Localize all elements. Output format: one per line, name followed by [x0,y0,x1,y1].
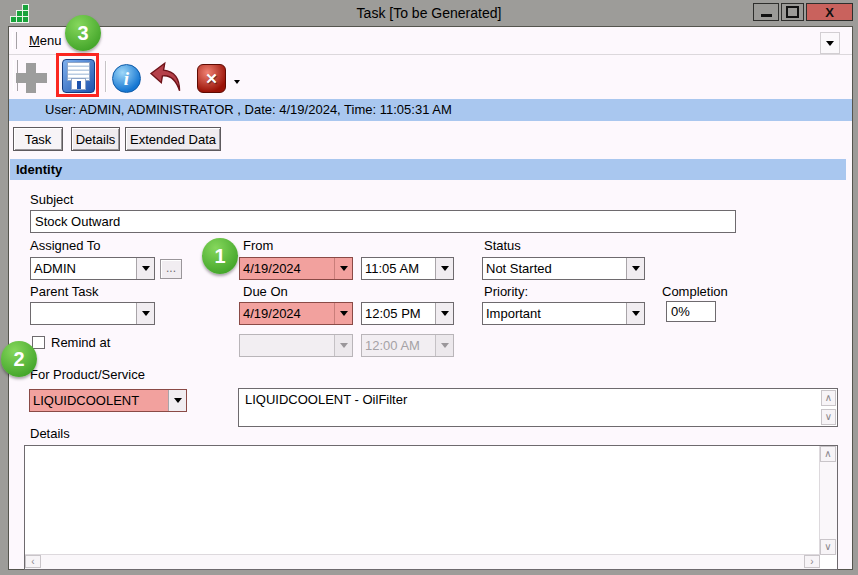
due-on-date-value: 4/19/2024 [240,303,334,324]
task-window: Task [To be Generated] Menu User: ADMIN, [0,0,858,575]
product-description-box[interactable]: LIQUIDCOOLENT - OilFilter ∧ ∨ [238,388,838,427]
product-dropdown-button[interactable] [168,390,186,411]
close-button[interactable] [806,3,853,21]
priority-combobox[interactable]: Important [482,302,645,325]
completion-input[interactable] [666,301,716,322]
scroll-up-button[interactable]: ∧ [820,446,836,462]
toolbar [9,55,852,98]
status-label: Status [484,238,521,253]
annotation-badge-2: 2 [1,341,37,377]
tab-task[interactable]: Task [13,127,63,151]
menu-item-menu[interactable]: Menu [23,27,68,54]
remind-date-combobox [239,334,353,357]
completion-label: Completion [662,284,728,299]
chevron-down-icon [142,311,150,316]
priority-value: Important [483,303,626,324]
tab-details[interactable]: Details [71,127,120,151]
assigned-to-label: Assigned To [30,238,101,253]
due-on-time-dropdown-button[interactable] [435,303,453,324]
from-date-dropdown-button[interactable] [334,258,352,279]
remind-at-checkbox[interactable] [32,336,45,349]
save-highlight-box [56,53,99,97]
scroll-down-button[interactable]: ∨ [821,409,836,425]
from-time-dropdown-button[interactable] [435,258,453,279]
chevron-down-icon [632,266,640,271]
annotation-badge-3: 3 [65,15,101,51]
scroll-right-button[interactable]: › [804,555,820,568]
menu-bar: Menu [9,27,852,55]
from-time-value: 11:05 AM [362,258,435,279]
status-value: Not Started [483,258,626,279]
priority-label: Priority: [484,284,528,299]
subject-input[interactable] [30,210,736,233]
scroll-left-button[interactable]: ‹ [25,555,41,568]
product-value: LIQUIDCOOLENT [30,390,168,411]
menu-grip [12,32,17,49]
due-on-label: Due On [243,284,288,299]
product-description-text: LIQUIDCOOLENT - OilFilter [239,389,819,426]
toolbar-separator [105,61,107,92]
parent-task-value [31,303,136,324]
chevron-right-icon: › [810,557,813,567]
tab-extended-data[interactable]: Extended Data [125,127,221,151]
parent-task-label: Parent Task [30,284,98,299]
chevron-down-icon [826,41,834,46]
menu-label: enu [40,33,62,48]
assigned-to-browse-button[interactable]: ... [160,259,182,279]
scroll-up-button[interactable]: ∧ [821,390,836,406]
chevron-down-icon [234,80,240,101]
chevron-down-icon [142,266,150,271]
user-info-bar: User: ADMIN, ADMINISTRATOR , Date: 4/19/… [9,99,852,121]
status-dropdown-button[interactable] [626,258,644,279]
chevron-down-icon [441,266,449,271]
scroll-down-button[interactable]: ∨ [820,539,836,555]
from-date-combobox[interactable]: 4/19/2024 [239,257,353,280]
details-box: ∧ ∨ ‹ › [24,445,838,570]
due-on-time-combobox[interactable]: 12:05 PM [361,302,454,325]
chevron-down-icon: ∨ [825,412,832,422]
minimize-button[interactable] [753,3,779,21]
remind-time-dropdown-button [435,335,453,356]
chevron-down-icon [632,311,640,316]
product-combobox[interactable]: LIQUIDCOOLENT [29,389,187,412]
maximize-icon [786,6,799,18]
due-on-time-value: 12:05 PM [362,303,435,324]
remind-date-dropdown-button [334,335,352,356]
chevron-down-icon [340,266,348,271]
info-icon[interactable] [112,64,141,93]
minimize-icon [761,14,772,17]
due-on-date-dropdown-button[interactable] [334,303,352,324]
remind-at-label: Remind at [51,335,110,350]
subject-label: Subject [30,192,73,207]
undo-icon[interactable] [148,61,186,93]
menu-mnemonic: M [29,33,40,48]
status-combobox[interactable]: Not Started [482,257,645,280]
due-on-date-combobox[interactable]: 4/19/2024 [239,302,353,325]
delete-icon[interactable] [197,64,226,93]
product-service-label: For Product/Service [30,367,145,382]
chevron-down-icon: ∨ [824,542,831,552]
parent-task-dropdown-button[interactable] [136,303,154,324]
from-label: From [243,238,273,253]
window-close-icon [825,3,834,21]
from-date-value: 4/19/2024 [240,258,334,279]
details-label: Details [30,426,70,441]
assigned-to-value: ADMIN [31,258,136,279]
titlebar: Task [To be Generated] [0,0,858,26]
details-textarea[interactable] [25,446,804,555]
add-icon[interactable] [16,63,47,93]
menu-overflow-button[interactable] [820,32,840,54]
priority-dropdown-button[interactable] [626,303,644,324]
remind-time-value: 12:00 AM [362,335,435,356]
assigned-to-dropdown-button[interactable] [136,258,154,279]
details-vertical-scrollbar[interactable]: ∧ ∨ [819,446,837,555]
chevron-down-icon [441,311,449,316]
assigned-to-combobox[interactable]: ADMIN [30,257,155,280]
parent-task-combobox[interactable] [30,302,155,325]
chevron-up-icon: ∧ [824,449,831,459]
maximize-button[interactable] [781,3,804,21]
from-time-combobox[interactable]: 11:05 AM [361,257,454,280]
chevron-down-icon [174,398,182,403]
remind-date-value [240,335,334,356]
details-horizontal-scrollbar[interactable]: ‹ › [25,554,820,569]
